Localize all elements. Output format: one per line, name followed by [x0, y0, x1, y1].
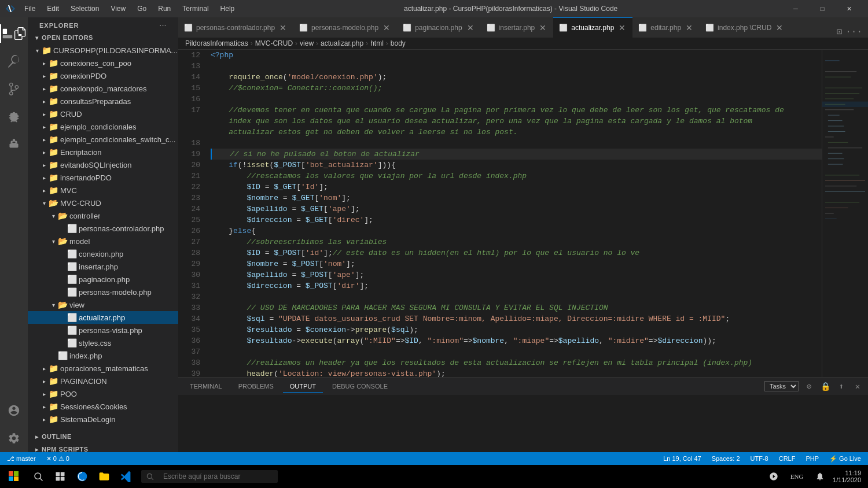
sidebar-item-consultas[interactable]: 📁 consultasPreparadas	[28, 95, 178, 108]
tab-insertar[interactable]: ⬜ insertar.php ✕	[481, 17, 554, 38]
sidebar-item-insertando[interactable]: 📁 insertandoPDO	[28, 171, 178, 184]
outline-section[interactable]: OUTLINE	[28, 430, 178, 443]
tab-personas-modelo[interactable]: ⬜ personas-modelo.php ✕	[293, 17, 397, 38]
panel-maximize-icon[interactable]: ⬆	[836, 380, 847, 392]
maximize-button[interactable]: □	[809, 0, 836, 17]
taskbar-edge-icon[interactable]	[72, 466, 93, 487]
sidebar-item-poo[interactable]: 📁 POO	[28, 387, 178, 400]
sidebar-item-crud[interactable]: 📁 CRUD	[28, 108, 178, 120]
taskbar-vscode-icon[interactable]	[116, 466, 137, 487]
sidebar-item-view[interactable]: 📂 view	[28, 298, 178, 311]
tasks-dropdown[interactable]: Tasks	[764, 381, 799, 391]
sidebar-item-ejemplo-cond2[interactable]: 📁 ejemplo_condicionales_switch_c...	[28, 133, 178, 146]
menu-view[interactable]: View	[106, 3, 130, 14]
errors-status[interactable]: ✕ 0 ⚠ 0	[44, 452, 72, 465]
tab-actualizar[interactable]: ⬜ actualizar.php ✕	[553, 17, 632, 38]
taskbar-search-icon[interactable]	[28, 466, 49, 487]
breadcrumb-mvc-crud[interactable]: MVC-CRUD	[255, 39, 293, 47]
cursor-position[interactable]: Ln 19, Col 47	[661, 452, 703, 465]
code-lines[interactable]: <?php require_once('model/conexion.php')…	[206, 50, 822, 377]
npm-scripts-section[interactable]: NPM SCRIPTS	[28, 443, 178, 452]
encoding-status[interactable]: UTF-8	[748, 452, 771, 465]
tab-close-btn[interactable]: ✕	[466, 23, 475, 32]
search-activity-icon[interactable]	[0, 47, 28, 75]
line-ending-status[interactable]: CRLF	[777, 452, 798, 465]
panel-tab-terminal[interactable]: TERMINAL	[183, 380, 229, 393]
sidebar-item-evitando[interactable]: 📁 evitandoSQLInjection	[28, 158, 178, 171]
sidebar-file-personas-vista[interactable]: ⬜ personas-vista.php	[28, 324, 178, 337]
account-activity-icon[interactable]	[0, 397, 28, 424]
sidebar-file-actualizar[interactable]: ⬜ actualizar.php	[28, 311, 178, 324]
sidebar-item-ejemplo-cond[interactable]: 📁 ejemplo_condicionales	[28, 120, 178, 133]
tab-close-btn[interactable]: ✕	[278, 23, 288, 32]
tab-index[interactable]: ⬜ index.php \CRUD ✕	[700, 17, 790, 38]
menu-edit[interactable]: Edit	[42, 3, 64, 14]
code-editor[interactable]: 12 13 14 15 16 17 18 19 20 21 22 23 24 2…	[178, 50, 868, 377]
breadcrumb-root[interactable]: PildorasInformaticas	[185, 39, 248, 47]
tab-close-btn[interactable]: ✕	[538, 23, 547, 32]
menu-file[interactable]: File	[20, 3, 40, 14]
tab-close-btn[interactable]: ✕	[685, 23, 694, 32]
root-folder[interactable]: 📁 CURSOPHP(PILDORASINFORMATICAS)	[28, 44, 178, 57]
sidebar-file-conexion[interactable]: ⬜ conexion.php	[28, 247, 178, 260]
panel-tab-problems[interactable]: PROBLEMS	[231, 380, 281, 393]
menu-help[interactable]: Help	[216, 3, 240, 14]
sidebar-file-styles[interactable]: ⬜ styles.css	[28, 337, 178, 349]
split-editor-icon[interactable]: ⊡	[837, 26, 843, 38]
tab-close-btn[interactable]: ✕	[775, 23, 784, 32]
sidebar-item-conexionpdo[interactable]: 📁 conexionPDO	[28, 69, 178, 82]
sidebar-file-personas-modelo[interactable]: ⬜ personas-modelo.php	[28, 286, 178, 298]
indent-status[interactable]: Spaces: 2	[709, 452, 742, 465]
panel-tab-output[interactable]: OUTPUT	[283, 380, 323, 393]
scroll-lock-icon[interactable]: 🔒	[819, 380, 831, 392]
sidebar-item-conexiones[interactable]: 📁 conexiones_con_poo	[28, 57, 178, 69]
clear-output-icon[interactable]: ⊘	[803, 380, 815, 392]
taskbar-explorer-icon[interactable]	[94, 466, 115, 487]
tab-paginacion[interactable]: ⬜ paginacion.php ✕	[397, 17, 480, 38]
sidebar-item-paginacion[interactable]: 📁 PAGINACION	[28, 375, 178, 387]
sidebar-item-model[interactable]: 📂 model	[28, 235, 178, 247]
breadcrumb-html[interactable]: html	[370, 39, 384, 47]
menu-selection[interactable]: Selection	[66, 3, 104, 14]
source-control-activity-icon[interactable]	[0, 75, 28, 103]
sidebar-file-paginacion[interactable]: ⬜ paginacion.php	[28, 273, 178, 286]
live-share-status[interactable]: ⚡ Go Live	[827, 452, 863, 465]
sidebar-options-icon[interactable]: ···	[160, 22, 167, 29]
breadcrumb-file[interactable]: actualizar.php	[321, 39, 363, 47]
sidebar-file-insertar[interactable]: ⬜ insertar.php	[28, 260, 178, 273]
taskbar-notifications-icon[interactable]	[810, 466, 830, 487]
minimize-button[interactable]: ─	[782, 0, 809, 17]
more-tabs-icon[interactable]: ···	[845, 27, 862, 37]
sidebar-item-mvc-crud[interactable]: 📂 MVC-CRUD	[28, 197, 178, 209]
panel-close-icon[interactable]: ✕	[852, 380, 863, 392]
sidebar-item-controller[interactable]: 📂 controller	[28, 209, 178, 222]
taskbar-tray-icon1[interactable]	[763, 466, 784, 487]
tab-close-btn[interactable]: ✕	[617, 23, 627, 32]
open-editors-section[interactable]: OPEN EDITORS	[28, 31, 178, 44]
sidebar-item-mvc[interactable]: 📁 MVC	[28, 184, 178, 197]
menu-run[interactable]: Run	[153, 3, 175, 14]
source-control-status[interactable]: ⎇ master	[5, 452, 38, 465]
sidebar-file-index[interactable]: ⬜ index.php	[28, 349, 178, 362]
taskbar-clock[interactable]: 11:19 1/11/2020	[833, 469, 861, 483]
debug-activity-icon[interactable]	[0, 103, 28, 131]
menu-go[interactable]: Go	[133, 3, 151, 14]
menu-terminal[interactable]: Terminal	[178, 3, 213, 14]
extensions-activity-icon[interactable]	[0, 131, 28, 158]
sidebar-item-conexionpdo-marcadores[interactable]: 📁 conexionpdo_marcadores	[28, 82, 178, 95]
taskbar-task-view-icon[interactable]	[50, 466, 71, 487]
windows-start-button[interactable]	[2, 465, 25, 488]
sidebar-item-sistema[interactable]: 📁 SistemaDeLogin	[28, 413, 178, 426]
taskbar-search-input[interactable]	[157, 470, 273, 483]
sidebar-file-personas-controlador[interactable]: ⬜ personas-controlador.php	[28, 222, 178, 235]
language-mode-status[interactable]: PHP	[803, 452, 821, 465]
sidebar-item-sessiones[interactable]: 📁 Sessiones&Cookies	[28, 400, 178, 413]
explorer-activity-icon[interactable]	[0, 20, 28, 47]
tab-editar[interactable]: ⬜ editar.php ✕	[632, 17, 700, 38]
sidebar-item-encriptacion[interactable]: 📁 Encriptacion	[28, 146, 178, 158]
tab-personas-controlador[interactable]: ⬜ personas-controlador.php ✕	[178, 17, 293, 38]
breadcrumb-view[interactable]: view	[300, 39, 314, 47]
tab-close-btn[interactable]: ✕	[382, 23, 391, 32]
sidebar-item-operaciones[interactable]: 📁 operaciones_matematicas	[28, 362, 178, 375]
breadcrumb-body[interactable]: body	[391, 39, 406, 47]
